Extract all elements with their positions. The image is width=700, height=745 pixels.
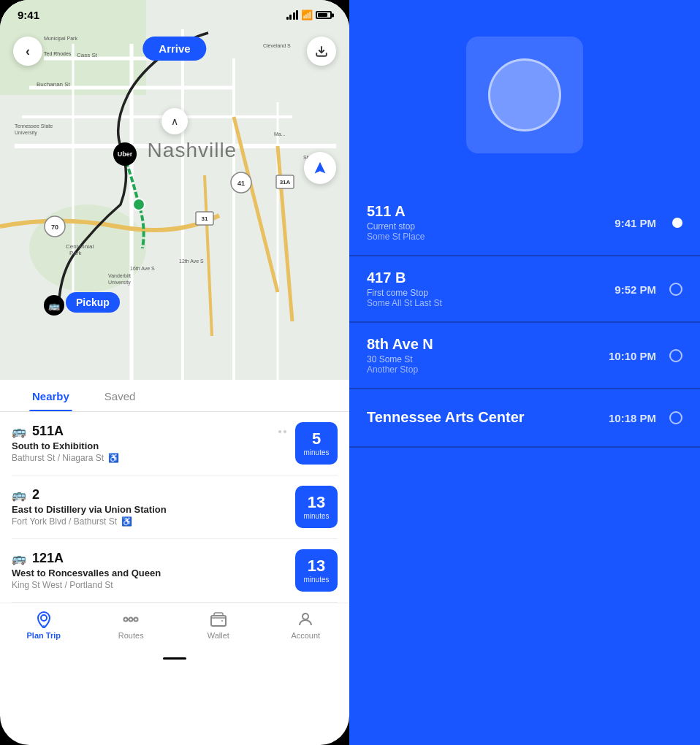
svg-text:Ted Rhodes: Ted Rhodes [44, 51, 72, 56]
svg-text:70: 70 [51, 224, 58, 231]
panel-stop-1[interactable]: 417 BFirst come StopSome All St Last St9… [349, 256, 700, 323]
wheelchair-icon-1: ♿ [121, 516, 132, 527]
status-time: 9:41 [18, 9, 39, 21]
route-number-row-1: 🚌 2 [12, 487, 286, 503]
tab-nearby[interactable]: Nearby [15, 380, 87, 411]
time-unit-1: minutes [303, 512, 329, 520]
time-badge-wrapper-0: 5 minutes [295, 422, 338, 465]
time-unit-2: minutes [303, 576, 329, 584]
route-number-row-0: 🚌 511A [12, 424, 286, 439]
home-indicator [163, 657, 186, 660]
time-unit-0: minutes [303, 448, 329, 456]
panel-stop-sub2-0: Some St Place [367, 232, 682, 242]
uber-badge: Uber [113, 142, 137, 166]
route-dots-0 [278, 430, 286, 433]
phone-frame: 9:41 📶 [0, 0, 349, 745]
tab-saved[interactable]: Saved [87, 380, 153, 411]
navigate-button[interactable] [304, 152, 336, 184]
svg-text:Tennessee State: Tennessee State [15, 123, 53, 129]
svg-text:31A: 31A [280, 179, 291, 186]
nashville-label: Nashville [148, 139, 237, 162]
panel-stop-0[interactable]: 511 ACurrent stopSome St Place9:41 PM [349, 190, 700, 256]
panel-stop-time-0: 9:41 PM [615, 216, 656, 229]
svg-point-38 [124, 618, 128, 622]
route-card-2[interactable]: 🚌 121A West to Roncesvalles and Queen Ki… [12, 539, 338, 603]
nav-wallet-label: Wallet [208, 631, 229, 640]
arrive-button[interactable]: Arrive [142, 37, 206, 61]
status-icons: 📶 [286, 9, 332, 20]
download-button[interactable] [307, 37, 336, 66]
svg-text:University: University [15, 130, 37, 136]
bus-icon-1: 🚌 [12, 488, 26, 502]
nav-plan-trip[interactable]: Plan Trip [22, 611, 66, 640]
panel-stop-time-2: 10:10 PM [609, 349, 656, 362]
bottom-nav: Plan Trip Routes Wallet [0, 603, 349, 654]
svg-text:Park: Park [69, 250, 82, 256]
panel-stop-dot-1 [669, 283, 682, 296]
route-direction-2: West to Roncesvalles and Queen [12, 568, 286, 578]
bus-icon-2: 🚌 [12, 551, 26, 565]
svg-text:41: 41 [237, 180, 245, 187]
bus-stop-icon: 🚌 [44, 295, 64, 316]
panel-stop-sub2-1: Some All St Last St [367, 298, 682, 308]
nav-plan-trip-label: Plan Trip [27, 631, 61, 640]
route-info-0: 🚌 511A South to Exhibition Bathurst St /… [12, 424, 286, 463]
avatar [488, 58, 561, 131]
time-badge-2: 13 minutes [295, 549, 338, 592]
nav-routes-label: Routes [118, 631, 144, 640]
map-area: Cass St Buchanan St Ted Rhodes 70 41 31A… [0, 0, 349, 380]
time-num-2: 13 [308, 557, 325, 575]
time-badge-1: 13 minutes [295, 486, 338, 528]
svg-point-37 [41, 615, 47, 621]
panel-header [349, 0, 700, 190]
svg-text:12th Ave S: 12th Ave S [179, 259, 204, 264]
route-direction-1: East to Distillery via Union Station [12, 504, 286, 515]
time-badge-0: 5 minutes [295, 422, 338, 465]
nav-wallet[interactable]: Wallet [197, 611, 240, 640]
route-num-2: 121A [32, 551, 64, 566]
panel-stop-2[interactable]: 8th Ave N30 Some StAnother Stop10:10 PM [349, 323, 700, 389]
panel-stops: 511 ACurrent stopSome St Place9:41 PM417… [349, 190, 700, 448]
routes-icon [122, 611, 140, 628]
nav-account[interactable]: Account [284, 611, 327, 640]
svg-rect-43 [211, 616, 226, 626]
time-num-1: 13 [308, 494, 325, 511]
svg-text:Centennial: Centennial [66, 243, 94, 250]
tab-bar: Nearby Saved [0, 380, 349, 412]
panel-stop-dot-2 [669, 349, 682, 362]
route-stop-2: King St West / Portland St [12, 580, 286, 590]
wallet-icon [210, 611, 227, 628]
route-number-row-2: 🚌 121A [12, 551, 286, 566]
route-info-2: 🚌 121A West to Roncesvalles and Queen Ki… [12, 551, 286, 590]
panel-stop-3[interactable]: Tennessee Arts Center10:18 PM [349, 389, 700, 448]
time-badge-wrapper-1: 13 minutes [295, 486, 338, 528]
plan-trip-icon [35, 611, 53, 628]
svg-text:Vanderbilt: Vanderbilt [108, 273, 131, 278]
expand-button[interactable]: ∧ [161, 108, 188, 134]
battery-icon [316, 11, 332, 19]
svg-point-40 [134, 618, 138, 622]
svg-text:Municipal Park: Municipal Park [44, 36, 77, 42]
panel-stop-sub2-2: Another Stop [367, 364, 682, 375]
svg-text:Buchanan St: Buchanan St [37, 81, 71, 88]
nav-routes[interactable]: Routes [109, 611, 153, 640]
bus-icon-0: 🚌 [12, 424, 26, 438]
route-list: 🚌 511A South to Exhibition Bathurst St /… [0, 412, 349, 603]
svg-point-12 [133, 199, 145, 210]
time-num-0: 5 [312, 430, 321, 448]
status-bar: 9:41 📶 [0, 0, 349, 24]
route-num-1: 2 [32, 487, 39, 503]
route-card-1[interactable]: 🚌 2 East to Distillery via Union Station… [12, 475, 338, 539]
pickup-label: Pickup [66, 292, 120, 313]
route-direction-0: South to Exhibition [12, 440, 286, 451]
right-panel: 511 ACurrent stopSome St Place9:41 PM417… [349, 0, 700, 745]
svg-text:16th Ave S: 16th Ave S [130, 266, 155, 271]
route-num-0: 511A [32, 424, 64, 439]
panel-stop-time-3: 10:18 PM [609, 412, 656, 424]
route-card-0[interactable]: 🚌 511A South to Exhibition Bathurst St /… [12, 412, 338, 475]
svg-text:Cass St: Cass St [77, 52, 98, 58]
route-info-1: 🚌 2 East to Distillery via Union Station… [12, 487, 286, 527]
back-button[interactable]: ‹ [13, 37, 42, 66]
route-stop-1: Fort York Blvd / Bathurst St ♿ [12, 516, 286, 527]
panel-stop-dot-3 [669, 411, 682, 424]
